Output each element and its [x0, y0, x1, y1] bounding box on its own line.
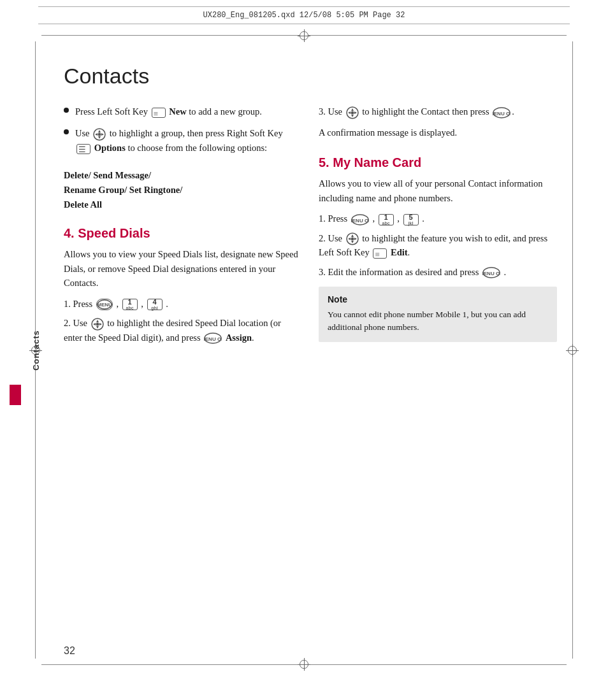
left-softkey-icon [152, 108, 166, 118]
note-title: Note [328, 294, 548, 304]
bullet-item-2-text: Use to highlight a group, then press Rig… [75, 126, 300, 155]
nav-key-icon2 [91, 318, 104, 331]
section5: 5. My Name Card Allows you to view all o… [319, 155, 557, 342]
edit-label: Edit [391, 247, 408, 257]
svg-marker-17 [351, 108, 354, 111]
section5-heading: 5. My Name Card [319, 155, 557, 170]
svg-marker-11 [93, 323, 96, 325]
svg-marker-3 [95, 133, 98, 136]
nav-key-icon3 [346, 106, 359, 119]
key-4-icon: 4 ghi [147, 299, 163, 310]
section5-step3: 3. Edit the information as desired and p… [319, 265, 557, 279]
svg-text:MENU OK: MENU OK [493, 111, 510, 117]
header-bar: UX280_Eng_081205.qxd 12/5/08 5:05 PM Pag… [38, 6, 570, 24]
crosshair-top [300, 31, 308, 40]
svg-point-13 [96, 322, 99, 325]
svg-marker-19 [348, 111, 351, 114]
confirmation-text: A confirmation message is displayed. [319, 125, 557, 139]
note-box: Note You cannot edit phone number Mobile… [319, 287, 557, 342]
ok-menu-icon2: MENU OK [493, 107, 510, 118]
header-text: UX280_Eng_081205.qxd 12/5/08 5:05 PM Pag… [203, 11, 405, 20]
svg-marker-1 [98, 130, 101, 132]
svg-marker-30 [354, 238, 357, 240]
svg-marker-20 [354, 111, 357, 114]
svg-marker-10 [96, 326, 99, 329]
key-1b-icon: 1 abc [379, 214, 394, 225]
list-item: Use to highlight a group, then press Rig… [64, 126, 300, 155]
sidebar-red-block [10, 385, 21, 405]
content-area: Contacts Press Left Soft Key New to add … [64, 51, 557, 649]
section5-description: Allows you to view all of your personal … [319, 176, 557, 205]
bullet-dot [64, 108, 69, 113]
svg-point-5 [98, 133, 101, 136]
section5-step1: 1. Press MENU OK , 1 abc , 5 jkl [319, 211, 557, 225]
right-column: 3. Use to highlight the Contact then pre… [319, 104, 557, 649]
svg-marker-27 [351, 234, 354, 237]
ok-menu-icon4: MENU OK [482, 267, 500, 278]
bullet-item-1-text: Press Left Soft Key New to add a new gro… [75, 104, 262, 118]
note-text: You cannot edit phone number Mobile 1, b… [328, 308, 548, 334]
sidebar-label: Contacts [31, 330, 41, 371]
section4-description: Allows you to view your Speed Dials list… [64, 247, 300, 290]
svg-marker-2 [98, 136, 101, 139]
svg-point-21 [351, 111, 354, 114]
key-1-icon: 1 abc [122, 299, 138, 310]
section4-heading: 4. Speed Dials [64, 226, 300, 241]
options-block: Delete/ Send Message/ Rename Group/ Set … [64, 168, 300, 213]
svg-marker-9 [96, 320, 99, 322]
page-title: Contacts [64, 64, 557, 89]
assign-label: Assign [226, 332, 252, 343]
crosshair-right [568, 346, 577, 355]
svg-marker-12 [99, 323, 102, 325]
svg-marker-18 [351, 115, 354, 117]
section4: 4. Speed Dials Allows you to view your S… [64, 226, 300, 345]
svg-point-31 [351, 238, 354, 241]
ok-icon-svg: MENU [97, 299, 112, 310]
ok-key-icon: MENU [96, 299, 113, 310]
options-label: Options [94, 143, 126, 153]
svg-text:MENU OK: MENU OK [482, 271, 500, 276]
ok-menu-icon: MENU OK [204, 332, 222, 344]
left-softkey-icon2 [373, 248, 387, 259]
new-label: New [169, 106, 186, 117]
nav-key-icon4 [346, 232, 359, 245]
nav-key-icon [93, 128, 106, 141]
bullet-list: Press Left Soft Key New to add a new gro… [64, 104, 300, 155]
svg-text:MENU OK: MENU OK [351, 218, 369, 224]
svg-marker-4 [101, 133, 104, 136]
crosshair-bottom [300, 660, 308, 669]
section5-step2: 2. Use to highlight the feature you wish… [319, 231, 557, 260]
bullet-dot [64, 129, 69, 134]
svg-marker-28 [351, 241, 354, 243]
left-column: Press Left Soft Key New to add a new gro… [64, 104, 300, 649]
svg-marker-29 [348, 238, 351, 240]
section4-step2: 2. Use to highlight the desired Speed Di… [64, 316, 300, 345]
svg-text:MENU: MENU [97, 302, 112, 308]
two-column-layout: Press Left Soft Key New to add a new gro… [64, 104, 557, 649]
list-item: Press Left Soft Key New to add a new gro… [64, 104, 300, 118]
key-5-icon: 5 jkl [403, 214, 419, 225]
right-softkey-icon [76, 144, 90, 154]
step3-line: 3. Use to highlight the Contact then pre… [319, 104, 557, 119]
ok-menu-icon3: MENU OK [351, 214, 369, 225]
section4-step1: 1. Press MENU , 1 abc , 4 [64, 297, 300, 311]
svg-text:MENU OK: MENU OK [204, 336, 222, 342]
